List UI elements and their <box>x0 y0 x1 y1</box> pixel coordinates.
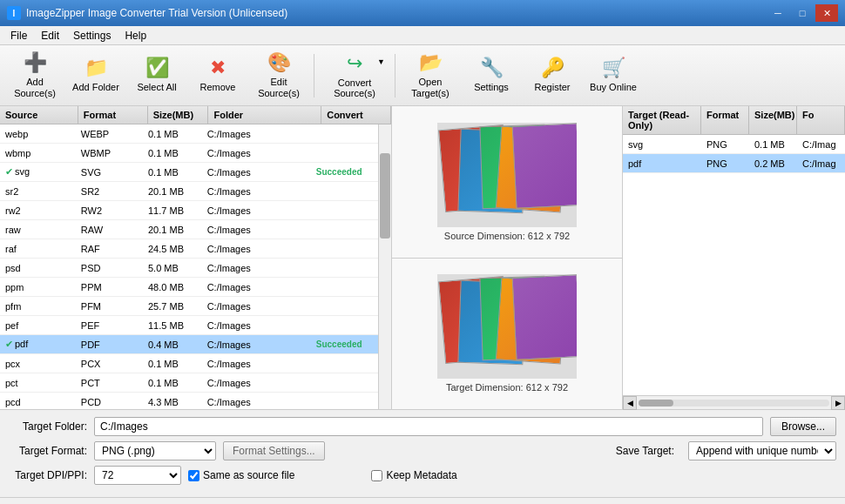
col-header-source[interactable]: Source <box>0 106 78 124</box>
browse-button[interactable]: Browse... <box>770 417 836 436</box>
source-cell-folder: C:/Images <box>202 146 311 160</box>
source-table-row[interactable]: psd PSD 5.0 MB C:/Images <box>0 259 378 278</box>
col-header-folder[interactable]: Folder <box>208 106 321 124</box>
source-cell-size: 11.5 MB <box>143 319 202 333</box>
add-source-button[interactable]: ➕ Add Source(s) <box>5 50 64 102</box>
source-cell-source: pcd <box>0 395 76 409</box>
source-cell-format: WBMP <box>76 146 143 160</box>
source-table-row[interactable]: pcd PCD 4.3 MB C:/Images <box>0 393 378 409</box>
settings-button[interactable]: 🔧 Settings <box>462 50 521 102</box>
col-header-t-folder[interactable]: Fo <box>797 106 845 134</box>
menu-settings[interactable]: Settings <box>66 28 118 44</box>
source-table-row[interactable]: pcx PCX 0.1 MB C:/Images <box>0 354 378 373</box>
hscroll-right[interactable]: ▶ <box>831 396 845 410</box>
register-icon: 🔑 <box>541 57 564 79</box>
add-folder-button[interactable]: 📁 Add Folder <box>66 50 125 102</box>
edit-source-label: Edit Source(s) <box>252 77 306 99</box>
source-cell-convert <box>311 190 378 193</box>
source-table-row[interactable]: raw RAW 20.1 MB C:/Images <box>0 220 378 239</box>
target-hscroll[interactable]: ◀ ▶ <box>623 395 845 409</box>
settings-label: Settings <box>474 82 509 93</box>
hscroll-left[interactable]: ◀ <box>623 396 637 410</box>
same-as-source-checkbox[interactable] <box>188 470 199 481</box>
open-target-label: Open Target(s) <box>403 77 457 99</box>
target-cell-size: 0.1 MB <box>749 138 797 151</box>
target-table-row[interactable]: svg PNG 0.1 MB C:/Imag <box>623 135 845 154</box>
source-table-row[interactable]: webp WEBP 0.1 MB C:/Images <box>0 124 378 144</box>
source-table-row[interactable]: pef PEF 11.5 MB C:/Images <box>0 316 378 335</box>
hscroll-thumb[interactable] <box>639 400 673 407</box>
remove-button[interactable]: ✖ Remove <box>188 50 247 102</box>
dpi-label: Target DPI/PPI: <box>9 469 87 481</box>
source-scroll-thumb[interactable] <box>380 153 390 239</box>
col-header-target[interactable]: Target (Read-Only) <box>623 106 701 134</box>
keep-metadata-checkbox[interactable] <box>371 470 382 481</box>
source-table-scroll[interactable]: webp WEBP 0.1 MB C:/Images wbmp WBMP 0.1… <box>0 124 378 409</box>
title-bar-left: I ImageZipper Image Converter Trial Vers… <box>7 6 287 20</box>
menu-file[interactable]: File <box>3 28 34 44</box>
col-header-size[interactable]: Size(MB) <box>148 106 209 124</box>
save-target-dropdown[interactable]: Append with unique number Overwrite Skip <box>688 441 836 460</box>
source-cell-format: PPM <box>76 280 143 294</box>
col-header-t-size[interactable]: Size(MB) <box>749 106 797 134</box>
source-cell-size: 0.1 MB <box>143 127 202 141</box>
target-cell-target: svg <box>623 138 701 151</box>
col-header-format[interactable]: Format <box>78 106 148 124</box>
target-format-row: Target Format: PNG (.png) JPEG (.jpg) WE… <box>9 441 836 460</box>
col-header-convert[interactable]: Convert <box>321 106 391 124</box>
source-cell-size: 5.0 MB <box>143 261 202 275</box>
source-table-row[interactable]: ✔svg SVG 0.1 MB C:/Images Succeeded <box>0 163 378 182</box>
menu-edit[interactable]: Edit <box>34 28 66 44</box>
hscroll-track[interactable] <box>639 400 829 407</box>
register-button[interactable]: 🔑 Register <box>523 50 582 102</box>
edit-source-button[interactable]: 🎨 Edit Source(s) <box>249 50 308 102</box>
buy-online-label: Buy Online <box>590 82 637 93</box>
col-header-t-format[interactable]: Format <box>701 106 749 134</box>
close-button[interactable]: ✕ <box>815 4 838 22</box>
source-table-row[interactable]: sr2 SR2 20.1 MB C:/Images <box>0 182 378 201</box>
remove-icon: ✖ <box>210 57 226 79</box>
target-format-dropdown[interactable]: PNG (.png) JPEG (.jpg) WEBP (.webp) BMP … <box>94 441 216 460</box>
select-all-button[interactable]: ✅ Select All <box>127 50 186 102</box>
source-cell-convert <box>311 132 378 136</box>
source-table-row[interactable]: wbmp WBMP 0.1 MB C:/Images <box>0 144 378 163</box>
source-cell-convert <box>311 151 378 155</box>
source-table-row[interactable]: ppm PPM 48.0 MB C:/Images <box>0 278 378 297</box>
source-cell-size: 25.7 MB <box>143 299 202 313</box>
source-table-row[interactable]: ✔pdf PDF 0.4 MB C:/Images Succeeded <box>0 335 378 354</box>
minimize-button[interactable]: ─ <box>767 4 789 22</box>
maximize-button[interactable]: □ <box>791 4 814 22</box>
source-cell-folder: C:/Images <box>202 261 311 275</box>
source-cell-size: 0.1 MB <box>143 146 202 160</box>
source-cell-convert <box>311 209 378 212</box>
source-table-row[interactable]: rw2 RW2 11.7 MB C:/Images <box>0 201 378 220</box>
source-cell-convert <box>311 266 378 270</box>
open-target-button[interactable]: 📂 Open Target(s) <box>401 50 460 102</box>
target-folder-input[interactable] <box>94 417 763 436</box>
source-cell-convert <box>311 400 378 404</box>
format-settings-button[interactable]: Format Settings... <box>223 441 325 460</box>
add-source-label: Add Source(s) <box>8 77 62 99</box>
menu-help[interactable]: Help <box>118 28 153 44</box>
source-table-row[interactable]: pct PCT 0.1 MB C:/Images <box>0 373 378 393</box>
source-cell-folder: C:/Images <box>202 204 311 218</box>
source-cell-source: rw2 <box>0 204 76 218</box>
source-table-row[interactable]: raf RAF 24.5 MB C:/Images <box>0 239 378 259</box>
window-controls: ─ □ ✕ <box>767 4 838 22</box>
target-table-row[interactable]: pdf PNG 0.2 MB C:/Imag <box>623 154 845 173</box>
source-cell-size: 11.7 MB <box>143 204 202 218</box>
source-cell-folder: C:/Images <box>202 395 311 409</box>
source-cell-source: wbmp <box>0 146 76 160</box>
source-preview-image <box>437 123 577 227</box>
same-as-source-text: Same as source file <box>203 469 294 481</box>
same-as-source-label: Same as source file <box>188 469 294 481</box>
source-cell-size: 24.5 MB <box>143 242 202 256</box>
target-format-label: Target Format: <box>9 445 87 457</box>
source-scroll-bar[interactable] <box>378 124 391 409</box>
convert-button[interactable]: ↪ Convert Source(s) ▼ <box>320 50 389 102</box>
buy-online-button[interactable]: 🛒 Buy Online <box>584 50 643 102</box>
target-table-scroll[interactable]: svg PNG 0.1 MB C:/Imag pdf PNG 0.2 MB C:… <box>623 135 845 395</box>
source-table-row[interactable]: pfm PFM 25.7 MB C:/Images <box>0 297 378 316</box>
source-cell-format: RW2 <box>76 204 143 218</box>
dpi-dropdown[interactable]: 72 96 150 300 <box>94 466 181 485</box>
